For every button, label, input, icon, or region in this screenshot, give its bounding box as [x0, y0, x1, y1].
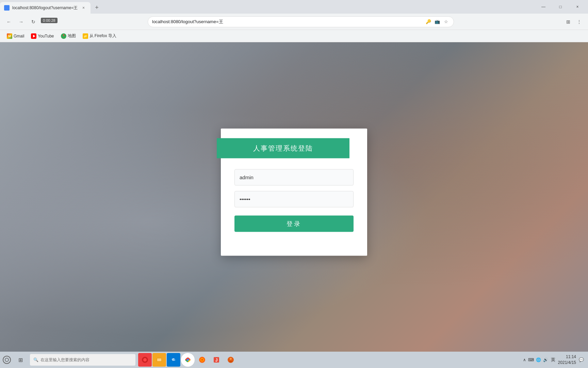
taskbar-icon-1[interactable] [138, 353, 152, 367]
cast-icon: 📺 [434, 18, 441, 25]
close-window-button[interactable]: × [570, 1, 585, 12]
star-icon[interactable]: ☆ [443, 18, 450, 25]
taskbar-icon-6[interactable] [224, 353, 238, 367]
taskbar-app-icons: J [138, 353, 238, 367]
bookmark-youtube-label: YouTube [38, 34, 54, 39]
svg-text:J: J [215, 358, 218, 363]
url-text: localhost:8080/logout?username=王 [152, 19, 425, 25]
tray-time: 11:14 [558, 354, 576, 360]
tab-favicon [4, 5, 10, 11]
toolbar-icons: ⊞ ⋮ [564, 17, 584, 27]
minimize-button[interactable]: — [536, 1, 551, 12]
svg-point-2 [143, 358, 147, 362]
taskbar-icon-chrome[interactable] [181, 353, 195, 367]
window-controls: — □ × [533, 0, 588, 14]
tray-notification-icon[interactable]: 💬 [579, 357, 584, 362]
search-icon: 🔍 [33, 357, 38, 362]
youtube-icon [31, 33, 36, 39]
timer-badge: 0:00:28 [41, 18, 58, 23]
tray-clock: 11:14 2021/4/15 [558, 354, 576, 366]
login-title: 人事管理系统登陆 [227, 143, 339, 153]
gmail-icon: M [7, 33, 12, 39]
tab-title: localhost:8080/logout?username=王 [12, 5, 78, 11]
folder-icon: 📁 [83, 33, 88, 39]
modal-top-space [221, 128, 367, 138]
refresh-button[interactable]: ↻ [29, 17, 38, 27]
tab-bar: localhost:8080/logout?username=王 × + — □… [0, 0, 588, 14]
active-tab[interactable]: localhost:8080/logout?username=王 × [0, 2, 91, 14]
tray-volume-icon[interactable]: 🔊 [543, 357, 548, 362]
tray-icons: ∧ ⌨ 🌐 🔊 [523, 357, 548, 362]
bookmark-maps[interactable]: 📍 地图 [58, 32, 79, 40]
svg-point-5 [171, 357, 176, 363]
address-bar: ← → ↻ 0:00:28 localhost:8080/logout?user… [0, 14, 588, 30]
tab-close-button[interactable]: × [80, 5, 86, 11]
forward-button[interactable]: → [16, 17, 26, 27]
modal-bottom-space [221, 245, 367, 256]
system-tray: ∧ ⌨ 🌐 🔊 英 11:14 2021/4/15 💬 [519, 354, 588, 366]
maximize-button[interactable]: □ [553, 1, 568, 12]
url-bar[interactable]: localhost:8080/logout?username=王 🔑 📺 ☆ [148, 16, 454, 27]
bookmark-gmail-label: Gmail [14, 34, 24, 39]
maps-icon: 📍 [61, 33, 66, 39]
username-input[interactable] [234, 169, 354, 185]
modal-body: 登录 [221, 158, 367, 245]
search-placeholder: 在这里输入您要搜索的内容 [40, 357, 89, 363]
bookmark-firefox-label: 从 Firefox 导入 [89, 33, 116, 39]
tray-expand-icon[interactable]: ∧ [523, 357, 526, 362]
login-header-banner: 人事管理系统登陆 [217, 138, 349, 158]
menu-icon[interactable]: ⋮ [574, 17, 584, 27]
svg-point-16 [230, 358, 232, 360]
svg-point-9 [187, 359, 189, 361]
taskbar-icon-2[interactable] [152, 353, 166, 367]
start-icon [3, 356, 11, 364]
password-input[interactable] [234, 191, 354, 207]
tray-keyboard-icon: ⌨ [528, 357, 534, 362]
taskbar-icon-firefox[interactable] [195, 353, 209, 367]
svg-rect-4 [157, 358, 161, 361]
login-modal: 人事管理系统登陆 登录 [221, 128, 367, 256]
svg-point-0 [5, 358, 9, 362]
page-content: 人事管理系统登陆 登录 [0, 42, 588, 368]
new-tab-button[interactable]: + [92, 3, 101, 12]
start-button[interactable] [0, 352, 14, 368]
taskbar-search[interactable]: 🔍 在这里输入您要搜索的内容 [30, 354, 135, 366]
tray-date: 2021/4/15 [558, 360, 576, 366]
taskbar-icon-5[interactable]: J [210, 353, 223, 367]
login-button[interactable]: 登录 [234, 215, 354, 232]
taskbar: ⊞ 🔍 在这里输入您要搜索的内容 [0, 352, 588, 368]
bookmark-gmail[interactable]: M Gmail [4, 32, 27, 40]
tray-network-icon[interactable]: 🌐 [536, 357, 541, 362]
lock-icon: 🔑 [425, 18, 432, 25]
taskview-icon[interactable]: ⊞ [14, 353, 27, 367]
bookmark-maps-label: 地图 [68, 33, 76, 39]
taskbar-icon-edge[interactable] [167, 353, 180, 367]
back-button[interactable]: ← [4, 17, 14, 27]
url-icons: 🔑 📺 ☆ [425, 18, 450, 25]
bookmark-youtube[interactable]: YouTube [28, 32, 56, 40]
extensions-icon[interactable]: ⊞ [564, 17, 573, 27]
tray-language[interactable]: 英 [551, 357, 555, 363]
bookmark-firefox-import[interactable]: 📁 从 Firefox 导入 [80, 32, 119, 40]
svg-point-12 [201, 359, 203, 361]
bookmarks-bar: M Gmail YouTube 📍 地图 📁 从 Firefox 导入 [0, 30, 588, 42]
